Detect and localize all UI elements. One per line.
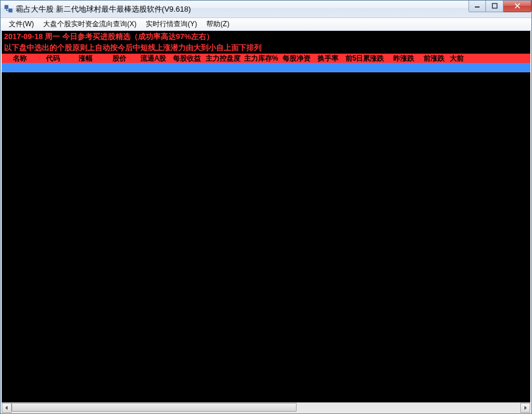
window-title: 霸占大牛股 新二代地球村最牛最棒选股软件(V9.618) [16, 4, 468, 15]
col-price[interactable]: 股价 [103, 54, 136, 63]
scrollbar-thumb[interactable] [12, 403, 297, 412]
menu-market-query[interactable]: 大盘个股实时资金流向查询(X) [38, 18, 141, 30]
col-turnover[interactable]: 换手率 [314, 54, 342, 63]
maximize-button[interactable] [486, 1, 503, 12]
svg-rect-2 [475, 6, 480, 8]
col-main-inventory[interactable]: 主力库存% [243, 54, 279, 63]
col-yesterday-change[interactable]: 昨涨跌 [387, 54, 420, 63]
menubar: 文件(W) 大盘个股实时资金流向查询(X) 实时行情查询(Y) 帮助(Z) [1, 18, 531, 31]
menu-help[interactable]: 帮助(Z) [202, 18, 234, 30]
titlebar[interactable]: 霸占大牛股 新二代地球村最牛最棒选股软件(V9.618) [1, 1, 531, 18]
menu-realtime-query[interactable]: 实时行情查询(Y) [141, 18, 202, 30]
svg-rect-1 [9, 9, 12, 12]
info-line-2: 以下盘中选出的个股原则上自动按今后中短线上涨潜力由大到小自上面下排列 [2, 43, 530, 54]
scroll-right-button[interactable] [520, 403, 530, 413]
svg-rect-0 [5, 5, 8, 9]
horizontal-scrollbar[interactable] [2, 402, 530, 412]
info-line-1: 2017-09-18 周一 今日参考买进股精选（成功率高达97%左右） [2, 31, 530, 43]
menu-file[interactable]: 文件(W) [4, 18, 38, 30]
content-area: 2017-09-18 周一 今日参考买进股精选（成功率高达97%左右） 以下盘中… [1, 31, 531, 402]
col-prev2-change[interactable]: 大前 [448, 54, 466, 63]
col-5day-change[interactable]: 前5日累涨跌 [342, 54, 387, 63]
col-net-assets[interactable]: 每股净资 [279, 54, 314, 63]
col-prev-change[interactable]: 前涨跌 [420, 54, 448, 63]
col-name[interactable]: 名称 [2, 54, 38, 63]
col-main-control[interactable]: 主力控盘度 [203, 54, 243, 63]
col-float-shares[interactable]: 流通A股 [136, 54, 171, 63]
main-window: 霸占大牛股 新二代地球村最牛最棒选股软件(V9.618) 文件(W) 大盘个股实… [0, 0, 532, 414]
scrollbar-track[interactable] [12, 403, 520, 413]
app-icon [4, 5, 13, 14]
svg-rect-3 [492, 3, 497, 8]
window-controls [468, 1, 531, 12]
col-eps[interactable]: 每股收益 [171, 54, 203, 63]
col-change-pct[interactable]: 涨幅 [68, 54, 103, 63]
close-button[interactable] [503, 1, 531, 12]
minimize-button[interactable] [468, 1, 486, 12]
scroll-left-button[interactable] [2, 403, 12, 413]
table-selection-row[interactable] [2, 63, 530, 72]
col-code[interactable]: 代码 [38, 54, 68, 63]
table-header: 名称 代码 涨幅 股价 流通A股 每股收益 主力控盘度 主力库存% 每股净资 换… [2, 54, 530, 63]
